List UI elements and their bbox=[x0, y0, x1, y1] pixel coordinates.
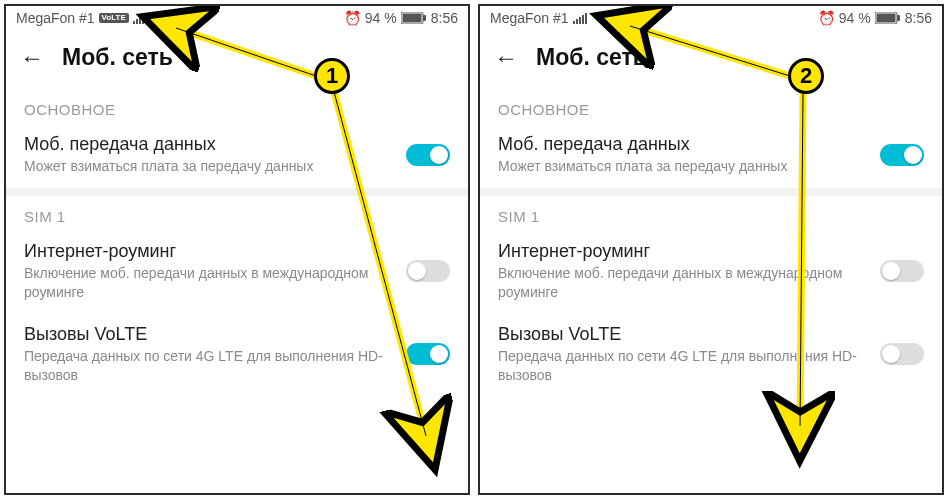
svg-rect-1 bbox=[136, 19, 138, 24]
svg-rect-7 bbox=[423, 15, 426, 21]
volte-toggle[interactable] bbox=[880, 343, 924, 365]
battery-icon bbox=[875, 12, 901, 24]
divider bbox=[6, 188, 468, 196]
clock: 8:56 bbox=[905, 10, 932, 26]
svg-rect-16 bbox=[582, 15, 584, 24]
page-title: Моб. сеть bbox=[536, 44, 647, 71]
back-arrow-icon[interactable]: ← bbox=[20, 46, 44, 70]
svg-rect-14 bbox=[576, 19, 578, 24]
battery-pct: 94 % bbox=[365, 10, 397, 26]
svg-rect-0 bbox=[133, 21, 135, 24]
roaming-desc: Включение моб. передачи данных в междуна… bbox=[24, 264, 390, 302]
annotation-marker: 2 bbox=[788, 58, 824, 94]
roaming-row[interactable]: Интернет-роуминг Включение моб. передачи… bbox=[6, 231, 468, 314]
section-main-label: ОСНОВНОЕ bbox=[480, 89, 942, 124]
wifi-icon bbox=[153, 12, 169, 24]
mobile-data-title: Моб. передача данных bbox=[498, 134, 864, 155]
roaming-toggle[interactable] bbox=[406, 260, 450, 282]
mobile-data-desc: Может взиматься плата за передачу данных bbox=[498, 157, 864, 176]
carrier-label: MegaFon #1 bbox=[16, 10, 95, 26]
annotation-marker: 1 bbox=[314, 58, 350, 94]
phone-panel: MegaFon #1 VoLTE ⏰ 94 % 8:56 ← Моб. сеть… bbox=[4, 4, 470, 495]
clock: 8:56 bbox=[431, 10, 458, 26]
battery-icon bbox=[401, 12, 427, 24]
battery-pct: 94 % bbox=[839, 10, 871, 26]
volte-desc: Передача данных по сети 4G LTE для выпол… bbox=[498, 347, 864, 385]
svg-rect-13 bbox=[573, 21, 575, 24]
roaming-desc: Включение моб. передачи данных в междуна… bbox=[498, 264, 864, 302]
section-main-label: ОСНОВНОЕ bbox=[6, 89, 468, 124]
volte-title: Вызовы VoLTE bbox=[24, 324, 390, 345]
wifi-icon bbox=[593, 12, 609, 24]
phone-panel: MegaFon #1 ⏰ 94 % 8:56 ← Моб. сеть ОСНОВ… bbox=[478, 4, 944, 495]
volte-desc: Передача данных по сети 4G LTE для выпол… bbox=[24, 347, 390, 385]
svg-rect-21 bbox=[876, 14, 895, 23]
svg-point-5 bbox=[160, 22, 162, 24]
mobile-data-desc: Может взиматься плата за передачу данных bbox=[24, 157, 390, 176]
svg-rect-15 bbox=[579, 17, 581, 24]
mobile-data-toggle[interactable] bbox=[406, 144, 450, 166]
roaming-toggle[interactable] bbox=[880, 260, 924, 282]
status-bar: MegaFon #1 ⏰ 94 % 8:56 bbox=[480, 6, 942, 28]
signal-icon bbox=[133, 12, 149, 24]
status-bar: MegaFon #1 VoLTE ⏰ 94 % 8:56 bbox=[6, 6, 468, 28]
svg-rect-4 bbox=[145, 13, 147, 24]
mobile-data-row[interactable]: Моб. передача данных Может взиматься пла… bbox=[480, 124, 942, 188]
alarm-icon: ⏰ bbox=[818, 10, 835, 26]
svg-point-18 bbox=[600, 22, 602, 24]
svg-rect-8 bbox=[402, 14, 421, 23]
page-header: ← Моб. сеть bbox=[6, 28, 468, 89]
mobile-data-title: Моб. передача данных bbox=[24, 134, 390, 155]
svg-rect-17 bbox=[585, 13, 587, 24]
section-sim-label: SIM 1 bbox=[6, 196, 468, 231]
volte-toggle[interactable] bbox=[406, 343, 450, 365]
svg-rect-20 bbox=[897, 15, 900, 21]
page-title: Моб. сеть bbox=[62, 44, 173, 71]
svg-rect-2 bbox=[139, 17, 141, 24]
alarm-icon: ⏰ bbox=[344, 10, 361, 26]
mobile-data-row[interactable]: Моб. передача данных Может взиматься пла… bbox=[6, 124, 468, 188]
section-sim-label: SIM 1 bbox=[480, 196, 942, 231]
svg-rect-3 bbox=[142, 15, 144, 24]
back-arrow-icon[interactable]: ← bbox=[494, 46, 518, 70]
volte-badge: VoLTE bbox=[99, 13, 129, 23]
page-header: ← Моб. сеть bbox=[480, 28, 942, 89]
roaming-title: Интернет-роуминг bbox=[498, 241, 864, 262]
carrier-label: MegaFon #1 bbox=[490, 10, 569, 26]
volte-row[interactable]: Вызовы VoLTE Передача данных по сети 4G … bbox=[6, 314, 468, 397]
roaming-row[interactable]: Интернет-роуминг Включение моб. передачи… bbox=[480, 231, 942, 314]
signal-icon bbox=[573, 12, 589, 24]
roaming-title: Интернет-роуминг bbox=[24, 241, 390, 262]
volte-title: Вызовы VoLTE bbox=[498, 324, 864, 345]
volte-row[interactable]: Вызовы VoLTE Передача данных по сети 4G … bbox=[480, 314, 942, 397]
mobile-data-toggle[interactable] bbox=[880, 144, 924, 166]
divider bbox=[480, 188, 942, 196]
